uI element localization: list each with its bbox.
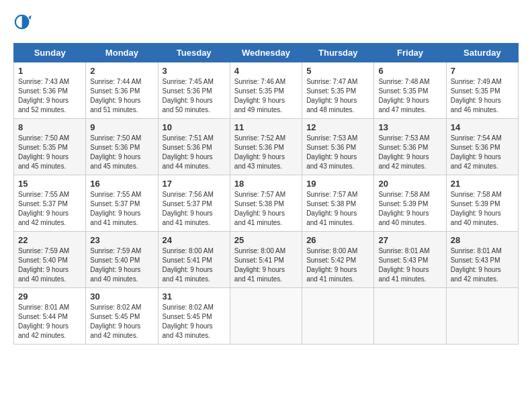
day-number: 15 [18, 179, 81, 189]
day-number: 7 [451, 66, 514, 76]
week-row-1: 1 Sunrise: 7:43 AM Sunset: 5:36 PM Dayli… [14, 62, 519, 119]
day-info: Sunrise: 7:49 AM Sunset: 5:35 PM Dayligh… [451, 77, 514, 115]
day-info: Sunrise: 7:43 AM Sunset: 5:36 PM Dayligh… [18, 77, 81, 115]
header-day-monday: Monday [86, 44, 158, 62]
calendar-cell: 23 Sunrise: 7:59 AM Sunset: 5:40 PM Dayl… [86, 232, 158, 288]
header-day-sunday: Sunday [14, 44, 86, 62]
day-info: Sunrise: 7:57 AM Sunset: 5:38 PM Dayligh… [234, 190, 298, 228]
calendar-table: SundayMondayTuesdayWednesdayThursdayFrid… [13, 43, 519, 345]
calendar-cell [446, 288, 518, 345]
calendar-cell: 11 Sunrise: 7:52 AM Sunset: 5:36 PM Dayl… [230, 119, 302, 175]
week-row-2: 8 Sunrise: 7:50 AM Sunset: 5:35 PM Dayli… [14, 119, 519, 175]
day-info: Sunrise: 8:01 AM Sunset: 5:44 PM Dayligh… [18, 303, 81, 340]
calendar-body: 1 Sunrise: 7:43 AM Sunset: 5:36 PM Dayli… [14, 62, 519, 345]
day-number: 31 [163, 291, 226, 302]
calendar-cell: 5 Sunrise: 7:47 AM Sunset: 5:35 PM Dayli… [302, 62, 374, 119]
page-header [13, 13, 519, 32]
day-number: 11 [234, 122, 298, 132]
day-info: Sunrise: 7:48 AM Sunset: 5:35 PM Dayligh… [378, 77, 441, 115]
header-day-thursday: Thursday [302, 44, 374, 62]
day-number: 18 [234, 179, 298, 189]
day-number: 26 [306, 235, 369, 245]
day-info: Sunrise: 7:53 AM Sunset: 5:36 PM Dayligh… [306, 134, 369, 171]
day-number: 5 [306, 66, 369, 76]
day-number: 24 [163, 235, 226, 245]
day-info: Sunrise: 7:59 AM Sunset: 5:40 PM Dayligh… [90, 246, 153, 284]
day-number: 23 [90, 235, 153, 245]
header-day-friday: Friday [374, 44, 446, 62]
calendar-cell: 26 Sunrise: 8:00 AM Sunset: 5:42 PM Dayl… [302, 232, 374, 288]
day-info: Sunrise: 8:02 AM Sunset: 5:45 PM Dayligh… [163, 303, 226, 340]
header-day-saturday: Saturday [446, 44, 518, 62]
calendar-cell: 20 Sunrise: 7:58 AM Sunset: 5:39 PM Dayl… [374, 175, 446, 232]
day-number: 19 [306, 179, 369, 189]
calendar-cell: 7 Sunrise: 7:49 AM Sunset: 5:35 PM Dayli… [446, 62, 518, 119]
day-info: Sunrise: 8:00 AM Sunset: 5:42 PM Dayligh… [306, 246, 369, 284]
day-number: 12 [306, 122, 369, 132]
calendar-cell: 24 Sunrise: 8:00 AM Sunset: 5:41 PM Dayl… [158, 232, 230, 288]
day-info: Sunrise: 7:55 AM Sunset: 5:37 PM Dayligh… [90, 190, 153, 228]
calendar-cell: 28 Sunrise: 8:01 AM Sunset: 5:43 PM Dayl… [446, 232, 518, 288]
day-number: 13 [378, 122, 441, 132]
calendar-cell [230, 288, 302, 345]
day-info: Sunrise: 8:01 AM Sunset: 5:43 PM Dayligh… [378, 246, 441, 284]
calendar-cell: 1 Sunrise: 7:43 AM Sunset: 5:36 PM Dayli… [14, 62, 86, 119]
day-number: 3 [163, 66, 226, 76]
day-number: 2 [90, 66, 153, 76]
header-day-tuesday: Tuesday [158, 44, 230, 62]
day-info: Sunrise: 7:47 AM Sunset: 5:35 PM Dayligh… [306, 77, 369, 115]
calendar-cell: 31 Sunrise: 8:02 AM Sunset: 5:45 PM Dayl… [158, 288, 230, 345]
calendar-cell: 6 Sunrise: 7:48 AM Sunset: 5:35 PM Dayli… [374, 62, 446, 119]
day-info: Sunrise: 7:59 AM Sunset: 5:40 PM Dayligh… [18, 246, 81, 284]
calendar-cell: 8 Sunrise: 7:50 AM Sunset: 5:35 PM Dayli… [14, 119, 86, 175]
day-info: Sunrise: 7:50 AM Sunset: 5:36 PM Dayligh… [90, 134, 153, 171]
day-info: Sunrise: 7:58 AM Sunset: 5:39 PM Dayligh… [451, 190, 514, 228]
day-number: 16 [90, 179, 153, 189]
day-info: Sunrise: 7:56 AM Sunset: 5:37 PM Dayligh… [163, 190, 226, 228]
day-info: Sunrise: 7:53 AM Sunset: 5:36 PM Dayligh… [378, 134, 441, 171]
week-row-4: 22 Sunrise: 7:59 AM Sunset: 5:40 PM Dayl… [14, 232, 519, 288]
logo-icon [13, 13, 32, 32]
header-row: SundayMondayTuesdayWednesdayThursdayFrid… [14, 44, 519, 62]
calendar-cell: 9 Sunrise: 7:50 AM Sunset: 5:36 PM Dayli… [86, 119, 158, 175]
calendar-cell: 16 Sunrise: 7:55 AM Sunset: 5:37 PM Dayl… [86, 175, 158, 232]
calendar-cell: 19 Sunrise: 7:57 AM Sunset: 5:38 PM Dayl… [302, 175, 374, 232]
day-info: Sunrise: 8:02 AM Sunset: 5:45 PM Dayligh… [90, 303, 153, 340]
day-number: 20 [378, 179, 441, 189]
day-number: 27 [378, 235, 441, 245]
day-number: 9 [90, 122, 153, 132]
calendar-cell: 4 Sunrise: 7:46 AM Sunset: 5:35 PM Dayli… [230, 62, 302, 119]
calendar-cell: 30 Sunrise: 8:02 AM Sunset: 5:45 PM Dayl… [86, 288, 158, 345]
calendar-cell: 14 Sunrise: 7:54 AM Sunset: 5:36 PM Dayl… [446, 119, 518, 175]
day-info: Sunrise: 7:54 AM Sunset: 5:36 PM Dayligh… [451, 134, 514, 171]
calendar-cell: 21 Sunrise: 7:58 AM Sunset: 5:39 PM Dayl… [446, 175, 518, 232]
day-info: Sunrise: 7:57 AM Sunset: 5:38 PM Dayligh… [306, 190, 369, 228]
day-number: 22 [18, 235, 81, 245]
calendar-cell: 17 Sunrise: 7:56 AM Sunset: 5:37 PM Dayl… [158, 175, 230, 232]
calendar-cell: 2 Sunrise: 7:44 AM Sunset: 5:36 PM Dayli… [86, 62, 158, 119]
day-number: 29 [18, 291, 81, 302]
calendar-cell: 22 Sunrise: 7:59 AM Sunset: 5:40 PM Dayl… [14, 232, 86, 288]
day-info: Sunrise: 7:51 AM Sunset: 5:36 PM Dayligh… [163, 134, 226, 171]
header-day-wednesday: Wednesday [230, 44, 302, 62]
day-number: 25 [234, 235, 298, 245]
calendar-cell: 13 Sunrise: 7:53 AM Sunset: 5:36 PM Dayl… [374, 119, 446, 175]
calendar-cell: 27 Sunrise: 8:01 AM Sunset: 5:43 PM Dayl… [374, 232, 446, 288]
day-info: Sunrise: 8:00 AM Sunset: 5:41 PM Dayligh… [163, 246, 226, 284]
day-number: 6 [378, 66, 441, 76]
day-number: 14 [451, 122, 514, 132]
day-number: 8 [18, 122, 81, 132]
day-info: Sunrise: 7:52 AM Sunset: 5:36 PM Dayligh… [234, 134, 298, 171]
day-number: 28 [451, 235, 514, 245]
week-row-5: 29 Sunrise: 8:01 AM Sunset: 5:44 PM Dayl… [14, 288, 519, 345]
day-info: Sunrise: 7:50 AM Sunset: 5:35 PM Dayligh… [18, 134, 81, 171]
day-number: 1 [18, 66, 81, 76]
day-info: Sunrise: 7:44 AM Sunset: 5:36 PM Dayligh… [90, 77, 153, 115]
day-info: Sunrise: 7:45 AM Sunset: 5:36 PM Dayligh… [163, 77, 226, 115]
calendar-cell: 3 Sunrise: 7:45 AM Sunset: 5:36 PM Dayli… [158, 62, 230, 119]
calendar-cell: 12 Sunrise: 7:53 AM Sunset: 5:36 PM Dayl… [302, 119, 374, 175]
day-info: Sunrise: 7:46 AM Sunset: 5:35 PM Dayligh… [234, 77, 298, 115]
calendar-cell: 18 Sunrise: 7:57 AM Sunset: 5:38 PM Dayl… [230, 175, 302, 232]
day-number: 30 [90, 291, 153, 302]
calendar-cell: 15 Sunrise: 7:55 AM Sunset: 5:37 PM Dayl… [14, 175, 86, 232]
